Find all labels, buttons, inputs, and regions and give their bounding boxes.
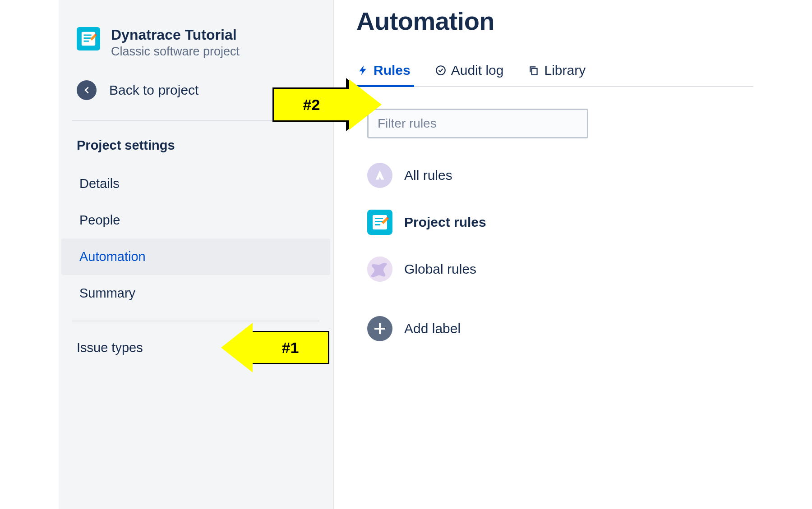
rule-group-all-label: All rules — [404, 168, 452, 183]
lightning-icon — [357, 64, 369, 76]
back-arrow-icon — [77, 80, 97, 100]
svg-rect-7 — [375, 218, 383, 219]
svg-rect-8 — [375, 221, 383, 222]
svg-rect-9 — [375, 224, 380, 225]
rule-group-list: All rules Project rules — [356, 152, 753, 352]
add-label-button[interactable]: Add label — [367, 305, 753, 352]
project-name: Dynatrace Tutorial — [111, 27, 240, 43]
rule-group-project-label: Project rules — [404, 215, 486, 230]
tab-audit-log[interactable]: Audit log — [434, 63, 505, 86]
copy-icon — [528, 64, 540, 76]
svg-rect-2 — [84, 37, 92, 39]
globe-icon — [367, 257, 392, 282]
nav-item-automation[interactable]: Automation — [61, 238, 330, 275]
tab-library[interactable]: Library — [527, 63, 586, 86]
nav-item-issue-types[interactable]: Issue types — [59, 321, 333, 368]
nav-item-summary[interactable]: Summary — [61, 275, 330, 312]
back-to-project-link[interactable]: Back to project — [59, 59, 333, 120]
rule-group-project[interactable]: Project rules — [367, 199, 753, 246]
tab-library-label: Library — [544, 63, 586, 78]
back-label: Back to project — [109, 83, 198, 98]
rule-group-all[interactable]: All rules — [367, 152, 753, 199]
sidebar: Dynatrace Tutorial Classic software proj… — [59, 0, 334, 509]
svg-rect-1 — [84, 35, 92, 36]
filter-rules-input[interactable] — [367, 109, 588, 138]
main-content: Automation Rules Audit log Library — [356, 6, 753, 352]
svg-rect-3 — [84, 41, 89, 42]
tabs: Rules Audit log Library — [356, 63, 753, 87]
project-type: Classic software project — [111, 45, 240, 59]
project-rules-icon — [367, 210, 392, 235]
project-settings-heading: Project settings — [59, 121, 333, 165]
page-title: Automation — [356, 6, 753, 36]
nav-item-people[interactable]: People — [61, 202, 330, 238]
rule-group-global[interactable]: Global rules — [367, 246, 753, 293]
rule-group-global-label: Global rules — [404, 261, 476, 277]
tab-rules[interactable]: Rules — [356, 63, 411, 86]
plus-icon — [367, 316, 392, 341]
svg-point-4 — [436, 66, 445, 75]
check-circle-icon — [435, 64, 447, 76]
project-header: Dynatrace Tutorial Classic software proj… — [59, 27, 333, 59]
svg-rect-5 — [532, 69, 537, 75]
nav-item-details[interactable]: Details — [61, 165, 330, 202]
tab-rules-label: Rules — [374, 63, 411, 78]
project-icon — [77, 27, 100, 50]
atlassian-icon — [367, 163, 392, 188]
add-label-text: Add label — [404, 321, 461, 336]
tab-audit-log-label: Audit log — [451, 63, 504, 78]
